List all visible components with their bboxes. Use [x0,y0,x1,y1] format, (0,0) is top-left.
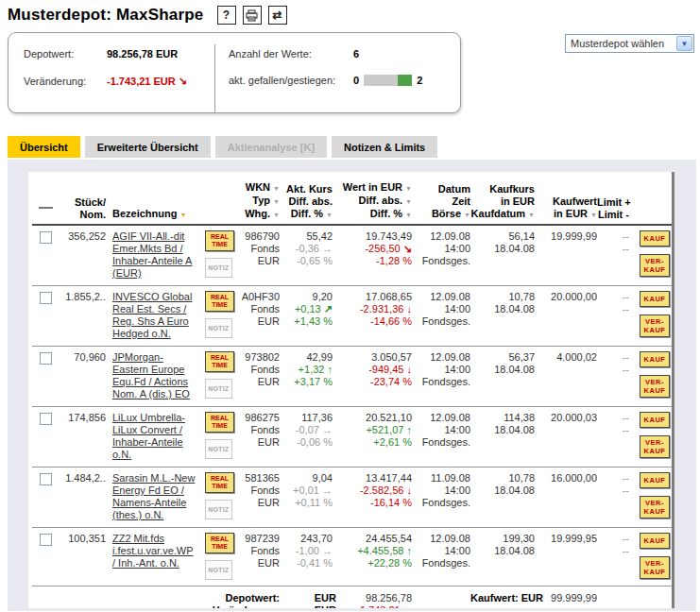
instrument-link[interactable]: INVESCO Global Real Est. Secs / Reg. Shs… [112,291,192,339]
sort-icon[interactable]: ▼ [273,212,280,218]
checkbox-cell [32,230,57,244]
kauf-button[interactable]: KAUF [640,351,670,367]
kurs-diff-pct: +1,43 % [280,315,333,328]
sort-icon[interactable]: ▼ [405,198,412,205]
kauf-button[interactable]: KAUF [640,472,670,488]
verkauf-button[interactable]: VER-KAUF [640,435,670,458]
realtime-button-line: REAL [206,415,233,422]
page-header: Musterdepot: MaxSharpe ? ⇄ [8,6,700,25]
print-icon[interactable] [243,6,262,25]
notiz-button[interactable]: NOTIZ [205,318,232,338]
refresh-icon[interactable]: ⇄ [268,6,287,25]
sort-icon[interactable]: ▼ [273,198,280,205]
column-header-wkn: WKN▼Typ▼Whg.▼ [236,181,280,221]
wkn-value: 973802 [236,351,280,364]
tab-übersicht[interactable]: Übersicht [8,136,80,158]
column-header-line: in EUR [470,196,535,208]
realtime-button[interactable]: REALTIME [205,412,234,433]
kauf-button[interactable]: KAUF [640,291,670,307]
kauf-button[interactable]: KAUF [640,412,670,428]
verkauf-button[interactable]: VER-KAUF [640,314,670,337]
verkauf-button[interactable]: VER-KAUF [640,556,670,579]
notiz-button[interactable]: NOTIZ [205,439,232,459]
typ-value: Fonds [236,303,280,315]
sort-icon[interactable]: ▼ [590,212,597,218]
instrument-link[interactable]: JPMorgan-Eastern Europe Equ.Fd / Actions… [112,351,190,400]
deselect-all-dash-icon[interactable] [39,207,53,209]
akt-kurs-cell: 55,42-0,36 →-0,65 % [280,230,336,267]
verkauf-button[interactable]: VER-KAUF [640,375,670,398]
fallen-count: 0 [353,75,359,86]
boerse-value: Fondsges. [412,557,470,570]
help-icon[interactable]: ? [217,6,236,25]
realtime-button-line: TIME [206,483,233,490]
row-checkbox[interactable] [40,534,52,546]
sort-icon[interactable]: ▼ [405,212,412,218]
realtime-button[interactable]: REALTIME [205,472,234,493]
row-checkbox[interactable] [40,352,52,365]
sort-icon[interactable]: ▼ [528,212,535,218]
row-buttons-cell: REALTIMENOTIZ [198,351,236,399]
wert-diff-abs: -2.582,56 ↓ [336,484,412,497]
sort-icon[interactable]: ▼ [405,185,412,192]
table-footer-row-1: Depotwert: EUR 98.256,78 Kaufwert: EUR 9… [32,591,672,604]
sort-icon[interactable]: ▼ [273,185,280,192]
verkauf-button-line: KAUF [640,568,669,576]
sort-icon[interactable]: ▼ [179,212,186,218]
realtime-button[interactable]: REALTIME [205,533,234,553]
column-header-line: Diff. abs. [280,196,333,208]
tab-notizen-limits[interactable]: Notizen & Limits [332,136,437,158]
notiz-button[interactable]: NOTIZ [205,258,232,278]
boerse-value: Fondsges. [412,255,470,267]
realtime-button[interactable]: REALTIME [205,351,234,372]
datum-cell: 12.09.0814:00Fondsges. [412,291,470,328]
verkauf-button-line: KAUF [640,507,669,516]
sort-icon[interactable]: ▼ [326,212,333,218]
musterdepot-select[interactable]: Musterdepot wählen ▼ [565,34,694,53]
realtime-button[interactable]: REALTIME [205,230,234,251]
row-checkbox[interactable] [40,231,52,244]
datum-cell: 12.09.0814:00Fondsges. [412,351,470,388]
instrument-link[interactable]: AGIF VII-All.-dit Emer.Mkts Bd / Inhaber… [112,230,192,279]
stueck-cell: 1.484,2.. [57,472,108,484]
whg-value: EUR [236,436,280,449]
kaufkurs-value: 10,78 [470,291,535,303]
row-checkbox[interactable] [40,473,52,485]
notiz-button[interactable]: NOTIZ [205,560,232,580]
datum-value: 11.09.08 [412,472,470,484]
kaufkurs-cell: 114,3818.04.08 [470,412,535,436]
gefallen-gestiegen-label: akt. gefallen/gestiegen: [229,75,353,86]
kaufkurs-cell: 10,7818.04.08 [470,291,535,315]
verkauf-button[interactable]: VER-KAUF [640,496,670,518]
kurs-trend-arrow-icon: ↗ [324,303,333,314]
column-header-line: Zeit [412,196,470,208]
verkauf-button-line: KAUF [640,386,669,395]
instrument-link[interactable]: LiLux Umbrella-LiLux Convert / Inhaber-A… [112,412,185,460]
instrument-link[interactable]: ZZ2 Mit.fds i.fest.u.var.ve.WP / Inh.-An… [112,533,194,569]
verkauf-button[interactable]: VER-KAUF [640,254,670,277]
akt-kurs-cell: 243,70-1,00 →-0,41 % [280,533,336,570]
wkn-value: 987239 [236,533,280,545]
row-checkbox[interactable] [40,292,52,304]
notiz-button[interactable]: NOTIZ [205,379,232,399]
limit-minus-value: -- [597,303,629,315]
depotwert-label: Depotwert: [24,48,107,60]
notiz-button[interactable]: NOTIZ [205,500,232,519]
kauf-button[interactable]: KAUF [640,230,670,246]
boerse-value: Fondsges. [412,497,470,509]
row-checkbox[interactable] [40,413,52,425]
kurs-trend-arrow-icon: ↑ [328,364,333,375]
row-actions-cell: KAUFVER-KAUF [635,472,671,518]
sort-icon[interactable]: ▼ [464,212,470,218]
tab-erweiterte-übersicht[interactable]: Erweiterte Übersicht [85,136,211,158]
kaufdatum-value: 18.04.08 [470,364,535,376]
column-header-line: Diff. abs.▼ [336,195,412,208]
instrument-link[interactable]: Sarasin M.L.-New Energy Fd EO / Namens-A… [112,472,195,520]
kaufkurs-value: 199,30 [470,533,535,545]
kaufdatum-value: 18.04.08 [470,243,535,255]
bezeichnung-cell: INVESCO Global Real Est. Secs / Reg. Shs… [108,291,198,340]
kauf-button[interactable]: KAUF [640,533,670,549]
wert-diff-pct: +2,61 % [336,436,412,449]
wkn-value: A0HF30 [236,291,280,303]
realtime-button[interactable]: REALTIME [205,291,234,312]
